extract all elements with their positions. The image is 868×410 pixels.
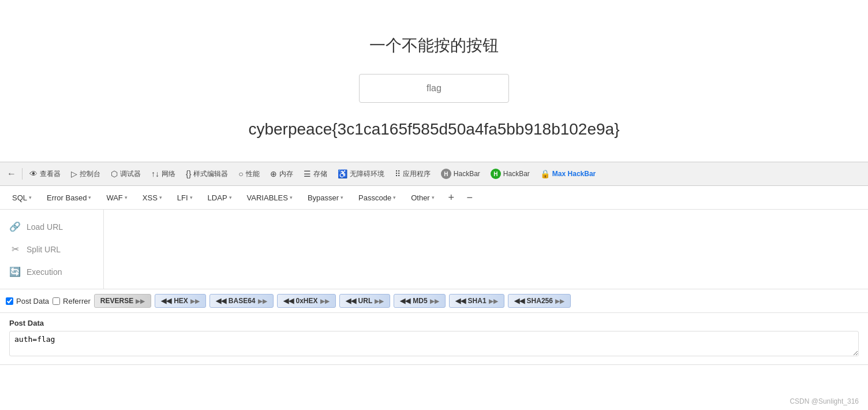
accessibility-icon: ♿	[338, 169, 347, 178]
toolbar-accessibility[interactable]: ♿ 无障碍环境	[333, 167, 389, 181]
flag-input-container	[359, 74, 509, 103]
page-content: 一个不能按的按钮 cyberpeace{3c1ca165f585d50a4fa5…	[0, 0, 868, 162]
link-icon: 🔗	[9, 221, 21, 232]
console-icon: ▷	[71, 169, 77, 178]
variables-dropdown-arrow: ▾	[290, 195, 293, 200]
hex-button[interactable]: ◀◀ HEX ▶▶	[155, 294, 206, 308]
sha256-button[interactable]: ◀◀ SHA256 ▶▶	[508, 294, 571, 308]
application-icon: ⠿	[395, 169, 401, 178]
referrer-checkbox-label[interactable]: Referrer	[53, 297, 91, 305]
menu-bar: SQL ▾ Error Based ▾ WAF ▾ XSS ▾ LFI ▾ LD…	[0, 186, 868, 210]
md5-button[interactable]: ◀◀ MD5 ▶▶	[394, 294, 445, 308]
remove-menu-button[interactable]: −	[462, 189, 478, 206]
toolbar-storage[interactable]: ☰ 存储	[299, 167, 332, 181]
reverse-button[interactable]: REVERSE ▶▶	[94, 294, 151, 308]
md5-left-arrows: ◀◀	[400, 297, 410, 305]
toolbar-debugger[interactable]: ⬡ 调试器	[106, 167, 145, 181]
menu-ldap[interactable]: LDAP ▾	[201, 190, 238, 206]
memory-icon: ⊕	[270, 169, 277, 178]
sql-dropdown-arrow: ▾	[29, 195, 32, 200]
toolbar-viewer[interactable]: 👁 查看器	[25, 167, 65, 181]
md5-right-arrows: ▶▶	[430, 298, 439, 304]
toolbar-application[interactable]: ⠿ 应用程序	[390, 167, 435, 181]
back-button[interactable]: ←	[3, 166, 20, 182]
scissors-icon: ✂	[9, 244, 21, 255]
storage-icon: ☰	[304, 169, 311, 178]
split-url-action[interactable]: ✂ Split URL	[0, 238, 103, 260]
ldap-dropdown-arrow: ▾	[229, 195, 232, 200]
refresh-icon: 🔄	[9, 266, 21, 277]
post-data-textarea[interactable]	[9, 331, 859, 356]
hackbar-body: 🔗 Load URL ✂ Split URL 🔄 Execution	[0, 210, 868, 289]
viewer-icon: 👁	[29, 169, 38, 178]
add-menu-button[interactable]: +	[443, 189, 459, 206]
waf-dropdown-arrow: ▾	[125, 195, 128, 200]
hackbar-panel: SQL ▾ Error Based ▾ WAF ▾ XSS ▾ LFI ▾ LD…	[0, 186, 868, 365]
url-left-arrows: ◀◀	[346, 297, 356, 305]
url-button[interactable]: ◀◀ URL ▶▶	[339, 294, 391, 308]
toolbar-performance[interactable]: ○ 性能	[234, 167, 264, 181]
performance-icon: ○	[238, 169, 243, 178]
hex-left-arrows: ◀◀	[161, 297, 171, 305]
error-based-dropdown-arrow: ▾	[88, 195, 91, 200]
bottom-toolbar: Post Data Referrer REVERSE ▶▶ ◀◀ HEX ▶▶ …	[0, 289, 868, 312]
url-right-arrows: ▶▶	[375, 298, 384, 304]
other-dropdown-arrow: ▾	[432, 195, 435, 200]
toolbar-network[interactable]: ↑↓ 网络	[147, 167, 180, 181]
toolbar-hackbar-gray[interactable]: H HackBar	[436, 166, 485, 181]
sha256-left-arrows: ◀◀	[514, 297, 525, 305]
menu-variables[interactable]: VARIABLES ▾	[241, 190, 299, 206]
base64-left-arrows: ◀◀	[216, 297, 226, 305]
style-icon: {}	[186, 169, 191, 178]
bypasser-dropdown-arrow: ▾	[341, 195, 343, 200]
menu-passcode[interactable]: Passcode ▾	[352, 190, 402, 206]
toolbar-console[interactable]: ▷ 控制台	[66, 167, 105, 181]
post-data-section: Post Data	[0, 312, 868, 364]
toolbar-memory[interactable]: ⊕ 内存	[265, 167, 298, 181]
menu-error-based[interactable]: Error Based ▾	[40, 190, 98, 206]
sha256-right-arrows: ▶▶	[555, 298, 564, 304]
post-data-label: Post Data	[9, 319, 859, 327]
referrer-checkbox[interactable]	[53, 297, 60, 305]
sha1-left-arrows: ◀◀	[455, 297, 466, 305]
menu-waf[interactable]: WAF ▾	[100, 190, 133, 206]
toolbar-max-hackbar[interactable]: 🔒 Max HackBar	[536, 167, 600, 181]
menu-sql[interactable]: SQL ▾	[6, 190, 38, 206]
load-url-action[interactable]: 🔗 Load URL	[0, 215, 103, 238]
menu-bypasser[interactable]: Bypasser ▾	[301, 190, 350, 206]
page-title: 一个不能按的按钮	[12, 35, 856, 57]
post-data-checkbox[interactable]	[6, 297, 13, 305]
browser-toolbar: ← 👁 查看器 ▷ 控制台 ⬡ 调试器 ↑↓ 网络 {} 样式编辑器 ○ 性能 …	[0, 162, 868, 186]
hex-right-arrows: ▶▶	[190, 298, 200, 304]
network-icon: ↑↓	[151, 169, 159, 178]
hackbar-gray-icon: H	[441, 169, 451, 179]
url-content-area	[104, 210, 868, 289]
menu-lfi[interactable]: LFI ▾	[171, 190, 199, 206]
cyberpeace-text: cyberpeace{3c1ca165f585d50a4fa5bb918b102…	[12, 120, 856, 139]
toolbar-style-editor[interactable]: {} 样式编辑器	[181, 167, 233, 181]
toolbar-divider	[22, 168, 23, 180]
url-textarea[interactable]	[110, 215, 862, 262]
reverse-arrow: ▶▶	[136, 298, 145, 304]
lfi-dropdown-arrow: ▾	[190, 195, 193, 200]
0xhex-left-arrows: ◀◀	[283, 297, 294, 305]
toolbar-hackbar-green[interactable]: H HackBar	[486, 166, 534, 181]
menu-other[interactable]: Other ▾	[405, 190, 441, 206]
menu-xss[interactable]: XSS ▾	[136, 190, 169, 206]
execution-action[interactable]: 🔄 Execution	[0, 260, 103, 283]
side-actions: 🔗 Load URL ✂ Split URL 🔄 Execution	[0, 210, 104, 289]
xss-dropdown-arrow: ▾	[159, 195, 162, 200]
0xhex-right-arrows: ▶▶	[320, 298, 330, 304]
post-data-checkbox-label[interactable]: Post Data	[6, 297, 49, 305]
lock-icon: 🔒	[540, 169, 550, 178]
watermark: CSDN @Sunlight_316	[790, 397, 859, 405]
flag-input[interactable]	[359, 74, 509, 103]
hackbar-green-icon: H	[491, 169, 501, 179]
debugger-icon: ⬡	[111, 169, 118, 178]
base64-right-arrows: ▶▶	[258, 298, 267, 304]
sha1-right-arrows: ▶▶	[489, 298, 498, 304]
passcode-dropdown-arrow: ▾	[393, 195, 396, 200]
base64-button[interactable]: ◀◀ BASE64 ▶▶	[209, 294, 274, 308]
0xhex-button[interactable]: ◀◀ 0xHEX ▶▶	[277, 294, 336, 308]
sha1-button[interactable]: ◀◀ SHA1 ▶▶	[449, 294, 504, 308]
